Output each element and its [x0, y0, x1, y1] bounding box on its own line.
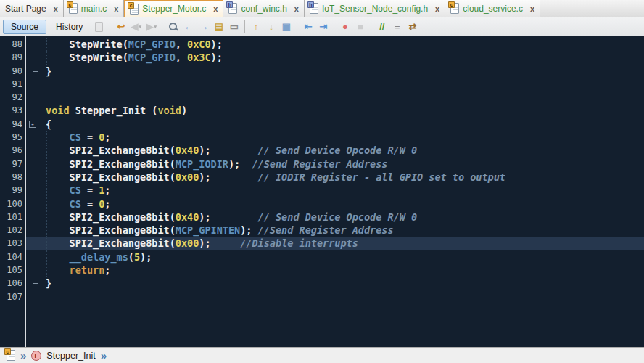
toggle-highlight-icon[interactable]: ▤ [212, 20, 226, 34]
line-number: 92 [0, 91, 25, 104]
code-line-106[interactable]: } [26, 277, 644, 290]
tab-conf-winc-h[interactable]: hconf_winc.hx [223, 0, 305, 17]
code-line-91[interactable] [26, 78, 644, 91]
indent-guide [46, 237, 47, 250]
previous-occurrence-icon[interactable]: ↑ [249, 20, 263, 34]
code-line-98[interactable]: SPI2_Exchange8bit(0x00); // IODIR Regist… [26, 171, 644, 184]
code-line-95[interactable]: CS = 0; [26, 131, 644, 144]
code-text: CS = 0; [41, 197, 110, 211]
line-number: 105 [0, 264, 25, 277]
code-token: 0xC0 [187, 38, 211, 50]
code-token: // IODIR Register - all GPIO set to outp… [258, 171, 505, 183]
code-line-90[interactable]: } [26, 65, 644, 78]
code-token: = [81, 131, 99, 143]
code-line-92[interactable] [26, 91, 644, 104]
shift-line-left-icon[interactable]: ⇤ [301, 20, 315, 34]
next-occurrence-icon[interactable]: ↓ [264, 20, 278, 34]
find-previous-icon[interactable]: ← [181, 20, 195, 34]
chevron-right-icon[interactable]: » [101, 351, 107, 361]
shift-line-right-icon[interactable]: ⇥ [316, 20, 330, 34]
tab-start-page[interactable]: Start Pagex [0, 0, 64, 17]
icon-glyph: ● [342, 21, 348, 32]
code-text: SPI2_Exchange8bit(0x00); //Disable inter… [41, 237, 358, 250]
tab-cloud-service-c[interactable]: ccloud_service.cx [445, 0, 540, 17]
history-view-button[interactable]: History [48, 20, 91, 34]
code-token: ) [181, 105, 187, 116]
tab-close-icon[interactable]: x [54, 5, 58, 12]
tab-close-icon[interactable]: x [294, 5, 299, 12]
icon-glyph: ▣ [282, 21, 291, 32]
find-selection-icon[interactable] [166, 20, 180, 34]
line-number: 90 [0, 65, 25, 78]
code-line-89[interactable]: StepWrite(MCP_GPIO, 0x3C); [26, 51, 644, 64]
icon-glyph: ▤ [215, 21, 223, 32]
tab-iot-sensor-node-config-h[interactable]: hIoT_Sensor_Node_config.hx [305, 0, 445, 17]
line-number: 88 [0, 38, 25, 51]
uncomment-icon[interactable]: ≡ [390, 20, 404, 34]
icon-glyph: ↑ [254, 21, 259, 32]
code-line-88[interactable]: StepWrite(MCP_GPIO, 0xC0); [26, 38, 644, 51]
code-line-107[interactable] [26, 290, 644, 303]
indent-guide [46, 211, 47, 224]
code-token: CS [70, 184, 81, 196]
forward-icon: ▶▾ [144, 20, 158, 34]
c-file-badge: c [448, 1, 455, 8]
fold-line-mark [26, 224, 41, 237]
code-token [46, 251, 70, 263]
code-line-97[interactable]: SPI2_Exchange8bit(MCP_IODIR); //Send Reg… [26, 158, 644, 171]
breadcrumb-function-name[interactable]: Stepper_Init [46, 351, 95, 361]
toggle-bookmark-icon[interactable]: ▣ [279, 20, 293, 34]
tab-main-c[interactable]: cmain.cx [64, 0, 124, 17]
code-line-102[interactable]: SPI2_Exchange8bit(MCP_GPINTEN); //Send R… [26, 224, 644, 237]
code-line-100[interactable]: CS = 0; [26, 197, 644, 211]
code-token: ); [228, 158, 252, 170]
tab-stepper-motor-c[interactable]: cStepper_Motor.cx [124, 0, 223, 17]
toggle-header-source-icon[interactable]: ⇄ [405, 20, 419, 34]
comment-icon[interactable]: // [375, 20, 389, 34]
code-token: } [46, 277, 51, 289]
code-token: //Send Register Address [258, 224, 394, 236]
line-number: 93 [0, 104, 25, 117]
source-view-button[interactable]: Source [3, 20, 46, 34]
code-line-93[interactable]: void Stepper_Init (void) [26, 104, 644, 117]
document-glyph [95, 22, 103, 32]
tab-close-icon[interactable]: x [213, 5, 218, 12]
code-text: SPI2_Exchange8bit(MCP_GPINTEN); //Send R… [41, 224, 394, 237]
code-token: = [81, 198, 99, 210]
toolbar-separator [334, 20, 334, 33]
fold-box-mark[interactable]: - [26, 118, 41, 131]
tab-close-icon[interactable]: x [530, 5, 534, 12]
code-text: __delay_ms(5); [41, 250, 152, 264]
toolbar-separator [162, 20, 162, 33]
document-tab-bar: Start Pagexcmain.cxcStepper_Motor.cxhcon… [0, 0, 644, 17]
code-line-103[interactable]: SPI2_Exchange8bit(0x00); //Disable inter… [26, 237, 644, 250]
indent-guide [46, 131, 47, 144]
icon-glyph: ⇤ [304, 21, 312, 32]
collapse-box-icon[interactable]: - [29, 121, 36, 128]
fold-line-mark [26, 264, 41, 277]
rectangular-selection-icon[interactable]: ▭ [227, 20, 241, 34]
code-token: ); [240, 224, 257, 236]
last-edit-icon[interactable]: ↩ [114, 20, 128, 34]
code-line-94[interactable]: -{ [26, 118, 644, 131]
code-line-104[interactable]: __delay_ms(5); [26, 250, 644, 264]
ide-editor-window: Start Pagexcmain.cxcStepper_Motor.cxhcon… [0, 0, 644, 363]
tab-label: IoT_Sensor_Node_config.h [322, 4, 428, 14]
chevron-right-icon[interactable]: » [20, 351, 26, 361]
code-area[interactable]: StepWrite(MCP_GPIO, 0xC0); StepWrite(MCP… [26, 36, 644, 347]
code-text [41, 78, 46, 91]
record-macro-icon[interactable]: ● [338, 20, 352, 34]
find-next-icon[interactable]: → [197, 20, 210, 34]
icon-glyph: ↓ [269, 21, 274, 32]
tab-close-icon[interactable]: x [435, 5, 439, 12]
code-editor[interactable]: 8889909192939495969798991001011021031041… [0, 36, 644, 347]
code-token [46, 198, 70, 210]
code-token: ); [199, 144, 257, 156]
code-line-101[interactable]: SPI2_Exchange8bit(0x40); // Send Device … [26, 211, 644, 224]
code-line-105[interactable]: return; [26, 264, 644, 277]
code-text: return; [41, 264, 110, 277]
icon-glyph: // [379, 21, 384, 32]
code-line-99[interactable]: CS = 1; [26, 184, 644, 197]
tab-close-icon[interactable]: x [114, 5, 118, 12]
code-line-96[interactable]: SPI2_Exchange8bit(0x40); // Send Device … [26, 144, 644, 157]
